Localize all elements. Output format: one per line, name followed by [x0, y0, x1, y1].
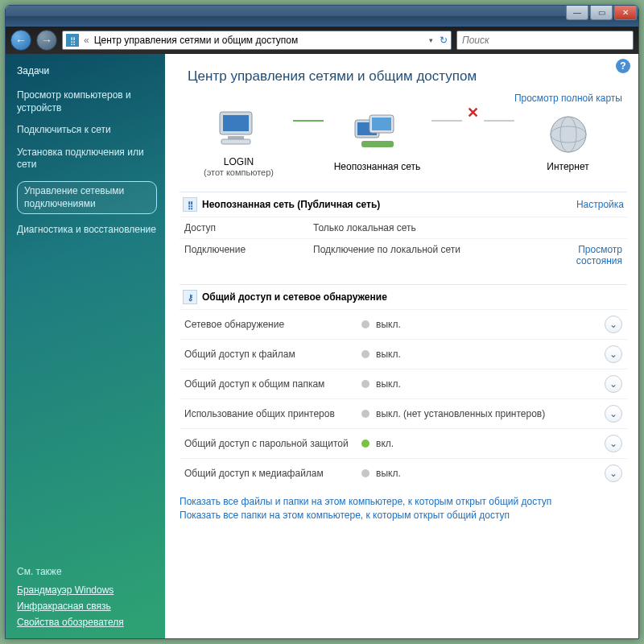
chevron-down-icon: ⌄ — [609, 408, 617, 419]
sidebar-item-setup-connection[interactable]: Установка подключения или сети — [17, 147, 157, 171]
sharing-key: Использование общих принтеров — [184, 408, 361, 420]
net-link-broken-left — [431, 120, 462, 122]
address-bar[interactable]: ⣿ « Центр управления сетями и общим дост… — [62, 31, 452, 50]
arrow-left-icon: ← — [15, 34, 27, 47]
sharing-value: вкл. — [376, 438, 605, 449]
node-network: Неопознанная сеть — [333, 114, 422, 172]
expand-button[interactable]: ⌄ — [605, 464, 622, 482]
arrow-right-icon: → — [41, 34, 52, 47]
sharing-key: Общий доступ к файлам — [184, 349, 361, 361]
sidebar-item-diagnose[interactable]: Диагностика и восстановление — [17, 224, 157, 237]
sharing-row: Использование общих принтероввыкл. (нет … — [180, 398, 627, 428]
minimize-button[interactable]: — — [566, 6, 588, 20]
sharing-value: выкл. (нет установленных принтеров) — [376, 408, 605, 419]
node-network-label: Неопознанная сеть — [333, 161, 422, 172]
node-internet: Интернет — [524, 114, 613, 172]
sharing-key: Общий доступ к медиафайлам — [184, 468, 361, 480]
sharing-key: Общий доступ к общим папкам — [184, 378, 361, 390]
sharing-value: выкл. — [376, 378, 605, 390]
chevron-down-icon: ⌄ — [609, 378, 617, 390]
sharing-icon: ⚷ — [183, 290, 197, 304]
network-icon — [353, 114, 402, 155]
chevron-down-icon: ⌄ — [609, 468, 617, 479]
titlebar: — ▭ ✕ — [6, 6, 638, 27]
sharing-value: выкл. — [376, 319, 605, 330]
node-this-pc: LOGIN (этот компьютер) — [195, 109, 283, 177]
sharing-key: Общий доступ с парольной защитой — [184, 438, 361, 450]
content-pane: ? Центр управления сетями и общим доступ… — [165, 54, 638, 638]
footer-link-shared-files[interactable]: Показать все файлы и папки на этом компь… — [180, 496, 627, 507]
expand-button[interactable]: ⌄ — [605, 405, 622, 423]
footer-links: Показать все файлы и папки на этом компь… — [180, 496, 627, 521]
status-dot-icon — [361, 410, 369, 418]
view-status-link[interactable]: Просмотр состояния — [534, 244, 622, 266]
sidebar-link-internet-options[interactable]: Свойства обозревателя — [17, 617, 157, 628]
svg-rect-7 — [372, 118, 391, 130]
chevron-down-icon: ⌄ — [609, 349, 617, 360]
sidebar: Задачи Просмотр компьютеров и устройств … — [6, 54, 165, 638]
chevron-down-icon: ⌄ — [609, 438, 617, 449]
breadcrumb-prefix: « — [84, 35, 89, 46]
sidebar-link-firewall[interactable]: Брандмауэр Windows — [17, 584, 157, 596]
maximize-button[interactable]: ▭ — [590, 6, 613, 20]
help-button[interactable]: ? — [616, 59, 630, 73]
sidebar-see-also: См. также — [17, 566, 157, 577]
sidebar-item-manage-connections[interactable]: Управление сетевыми подключениями — [17, 181, 157, 214]
svg-rect-1 — [223, 115, 249, 131]
status-dot-icon — [361, 350, 369, 358]
sharing-section-header: ⚷ Общий доступ и сетевое обнаружение — [180, 284, 627, 309]
sharing-row: Сетевое обнаружениевыкл.⌄ — [180, 309, 627, 339]
info-value: Только локальная сеть — [313, 222, 534, 233]
breadcrumb: Центр управления сетями и общим доступом — [94, 35, 299, 46]
status-dot-icon — [361, 469, 369, 477]
page-title: Центр управления сетями и общим доступом — [188, 68, 627, 85]
refresh-icon[interactable]: ↻ — [440, 35, 448, 46]
search-input[interactable] — [460, 34, 630, 47]
sharing-value: выкл. — [376, 468, 605, 479]
expand-button[interactable]: ⌄ — [605, 316, 622, 333]
sidebar-heading: Задачи — [17, 65, 157, 76]
network-section-title: Неопознанная сеть (Публичная сеть) — [202, 199, 380, 210]
forward-button[interactable]: → — [36, 30, 57, 51]
network-category-icon: ⣿ — [183, 197, 197, 212]
location-icon: ⣿ — [66, 34, 79, 47]
footer-link-shared-folders[interactable]: Показать все папки на этом компьютере, к… — [180, 510, 627, 521]
sharing-key: Сетевое обнаружение — [184, 319, 361, 331]
customize-link[interactable]: Настройка — [576, 199, 624, 210]
svg-rect-3 — [221, 139, 250, 144]
info-link[interactable] — [534, 222, 622, 233]
back-button[interactable]: ← — [10, 30, 31, 51]
close-button[interactable]: ✕ — [614, 6, 637, 20]
sidebar-link-infrared[interactable]: Инфракрасная связь — [17, 601, 157, 612]
search-box[interactable] — [456, 31, 634, 50]
x-icon: ✕ — [467, 104, 479, 122]
svg-point-9 — [551, 117, 586, 152]
navbar: ← → ⣿ « Центр управления сетями и общим … — [6, 27, 638, 54]
sharing-row: Общий доступ к общим папкамвыкл.⌄ — [180, 369, 627, 398]
sharing-row: Общий доступ к файламвыкл.⌄ — [180, 339, 627, 369]
net-link-broken-right — [484, 120, 514, 122]
expand-button[interactable]: ⌄ — [605, 435, 622, 452]
sidebar-item-view-computers[interactable]: Просмотр компьютеров и устройств — [17, 89, 157, 114]
status-dot-icon — [361, 440, 369, 448]
expand-button[interactable]: ⌄ — [605, 345, 622, 363]
net-link-ok — [293, 120, 324, 122]
svg-rect-8 — [361, 141, 394, 147]
sidebar-item-connect[interactable]: Подключиться к сети — [17, 124, 157, 137]
status-dot-icon — [361, 380, 369, 388]
node-internet-label: Интернет — [524, 161, 613, 172]
info-row-access: Доступ Только локальная сеть — [180, 217, 627, 238]
full-map-link[interactable]: Просмотр полной карты — [514, 93, 622, 104]
sharing-row: Общий доступ к медиафайламвыкл.⌄ — [180, 458, 627, 488]
info-row-connection: Подключение Подключение по локальной сет… — [180, 238, 627, 271]
expand-button[interactable]: ⌄ — [605, 375, 622, 393]
computer-icon — [215, 109, 263, 151]
sharing-value: выкл. — [376, 349, 605, 360]
info-value: Подключение по локальной сети — [313, 244, 534, 266]
sharing-row: Общий доступ с парольной защитойвкл.⌄ — [180, 428, 627, 458]
addr-dropdown-icon[interactable]: ▾ — [429, 36, 433, 44]
node-this-pc-sub: (этот компьютер) — [195, 167, 283, 177]
network-section-header: ⣿ Неопознанная сеть (Публичная сеть) Нас… — [180, 192, 627, 217]
node-this-pc-label: LOGIN — [195, 156, 283, 167]
info-key: Подключение — [184, 244, 313, 266]
